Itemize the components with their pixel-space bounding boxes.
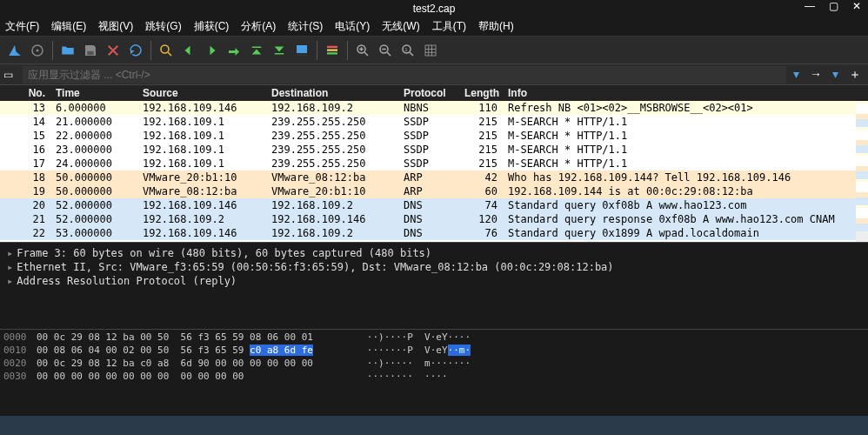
menu-item[interactable]: 帮助(H) bbox=[478, 19, 514, 34]
packet-minimap[interactable] bbox=[856, 101, 868, 242]
filter-clear-icon[interactable]: ▾ bbox=[829, 67, 842, 83]
table-row[interactable]: 136.000000192.168.109.146192.168.109.2NB… bbox=[0, 101, 868, 115]
col-length[interactable]: Length bbox=[459, 87, 503, 99]
save-file-icon[interactable] bbox=[81, 41, 100, 60]
maximize-button[interactable]: ▢ bbox=[825, 0, 842, 12]
svg-rect-7 bbox=[297, 54, 307, 56]
menu-item[interactable]: 无线(W) bbox=[382, 19, 419, 34]
menu-item[interactable]: 电话(Y) bbox=[335, 19, 370, 34]
menu-item[interactable]: 捕获(C) bbox=[194, 19, 230, 34]
svg-rect-9 bbox=[327, 49, 337, 50]
filter-dropdown-icon[interactable]: ▾ bbox=[790, 67, 803, 83]
close-file-icon[interactable] bbox=[103, 41, 123, 60]
resize-columns-icon[interactable] bbox=[421, 41, 440, 60]
svg-rect-6 bbox=[297, 45, 307, 53]
find-icon[interactable] bbox=[157, 41, 176, 60]
svg-point-3 bbox=[161, 45, 169, 53]
zoom-out-icon[interactable] bbox=[376, 41, 395, 60]
table-row[interactable]: 1850.000000VMware_20:b1:10VMware_08:12:b… bbox=[0, 171, 868, 184]
svg-rect-2 bbox=[87, 50, 94, 55]
zoom-in-icon[interactable] bbox=[353, 41, 372, 60]
hex-row[interactable]: 003000 00 00 00 00 00 00 00 00 00 00 00 … bbox=[3, 371, 865, 384]
table-row[interactable]: 1724.000000192.168.109.1239.255.255.250S… bbox=[0, 157, 868, 171]
menu-item[interactable]: 跳转(G) bbox=[145, 19, 181, 34]
menu-item[interactable]: 分析(A) bbox=[241, 19, 276, 34]
go-back-icon[interactable] bbox=[179, 41, 198, 60]
minimize-button[interactable]: — bbox=[801, 0, 818, 12]
table-row[interactable]: 2052.000000192.168.109.146192.168.109.2D… bbox=[0, 198, 868, 212]
titlebar: test2.cap — ▢ ✕ bbox=[0, 0, 868, 17]
tree-item[interactable]: ▸Address Resolution Protocol (reply) bbox=[7, 274, 861, 288]
hex-row[interactable]: 002000 0c 29 08 12 ba c0 a8 6d 90 00 00 … bbox=[3, 358, 865, 371]
toolbar: 1 bbox=[0, 37, 868, 64]
capture-options-icon[interactable] bbox=[28, 41, 47, 60]
hex-row[interactable]: 000000 0c 29 08 12 ba 00 50 56 f3 65 59 … bbox=[3, 331, 865, 345]
table-row[interactable]: 1421.000000192.168.109.1239.255.255.250S… bbox=[0, 115, 868, 129]
go-forward-icon[interactable] bbox=[202, 41, 221, 60]
filter-apply-icon[interactable]: → bbox=[806, 67, 825, 83]
menu-item[interactable]: 视图(V) bbox=[98, 19, 133, 34]
tree-item[interactable]: ▸Ethernet II, Src: VMware_f3:65:59 (00:5… bbox=[7, 260, 861, 274]
shark-fin-icon[interactable] bbox=[5, 41, 24, 60]
hex-row[interactable]: 001000 08 06 04 00 02 00 50 56 f3 65 59 … bbox=[3, 345, 865, 358]
col-protocol[interactable]: Protocol bbox=[398, 87, 459, 99]
svg-rect-5 bbox=[275, 53, 284, 55]
svg-rect-10 bbox=[327, 52, 337, 54]
col-source[interactable]: Source bbox=[137, 87, 266, 99]
reload-icon[interactable] bbox=[126, 41, 145, 60]
table-row[interactable]: 1522.000000192.168.109.1239.255.255.250S… bbox=[0, 129, 868, 143]
packet-bytes[interactable]: 000000 0c 29 08 12 ba 00 50 56 f3 65 59 … bbox=[0, 329, 868, 416]
bookmark-icon[interactable]: ▭ bbox=[3, 69, 19, 81]
col-destination[interactable]: Destination bbox=[266, 87, 398, 99]
filter-add-icon[interactable]: ＋ bbox=[845, 67, 865, 83]
zoom-reset-icon[interactable]: 1 bbox=[398, 41, 417, 60]
menu-item[interactable]: 工具(T) bbox=[432, 19, 466, 34]
packet-details[interactable]: ▸Frame 3: 60 bytes on wire (480 bits), 6… bbox=[0, 242, 868, 329]
open-file-icon[interactable] bbox=[58, 41, 77, 60]
packet-list-header: No. Time Source Destination Protocol Len… bbox=[0, 85, 868, 101]
filter-bar: ▭ ▾ → ▾ ＋ bbox=[0, 64, 868, 85]
go-last-icon[interactable] bbox=[270, 41, 289, 60]
window-title: test2.cap bbox=[413, 3, 456, 15]
table-row[interactable]: 2152.000000192.168.109.2192.168.109.146D… bbox=[0, 212, 868, 226]
tree-item[interactable]: ▸Frame 3: 60 bytes on wire (480 bits), 6… bbox=[7, 246, 861, 260]
col-time[interactable]: Time bbox=[50, 87, 137, 99]
colorize-icon[interactable] bbox=[323, 41, 342, 60]
table-row[interactable]: 2253.000000192.168.109.146192.168.109.2D… bbox=[0, 226, 868, 240]
table-row[interactable]: 1950.000000VMware_08:12:baVMware_20:b1:1… bbox=[0, 184, 868, 198]
svg-rect-15 bbox=[425, 45, 436, 56]
col-no[interactable]: No. bbox=[0, 87, 50, 99]
table-row[interactable]: 1623.000000192.168.109.1239.255.255.250S… bbox=[0, 143, 868, 157]
menubar: 文件(F)编辑(E)视图(V)跳转(G)捕获(C)分析(A)统计(S)电话(Y)… bbox=[0, 17, 868, 37]
close-button[interactable]: ✕ bbox=[849, 0, 865, 12]
svg-rect-8 bbox=[327, 45, 337, 47]
go-first-icon[interactable] bbox=[247, 41, 266, 60]
auto-scroll-icon[interactable] bbox=[292, 41, 311, 60]
display-filter-input[interactable] bbox=[23, 66, 786, 84]
svg-point-1 bbox=[37, 49, 39, 51]
menu-item[interactable]: 编辑(E) bbox=[51, 19, 86, 34]
col-info[interactable]: Info bbox=[503, 87, 868, 99]
menu-item[interactable]: 文件(F) bbox=[5, 19, 39, 34]
packet-list[interactable]: No. Time Source Destination Protocol Len… bbox=[0, 85, 868, 242]
jump-to-icon[interactable] bbox=[224, 41, 244, 60]
menu-item[interactable]: 统计(S) bbox=[288, 19, 323, 34]
svg-rect-4 bbox=[252, 46, 262, 48]
svg-text:1: 1 bbox=[404, 46, 408, 51]
